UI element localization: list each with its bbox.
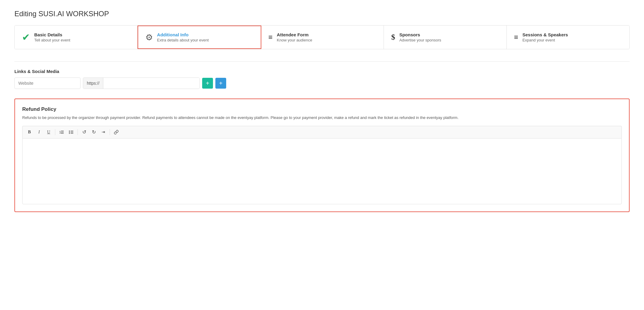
page-title: Editing SUSI.AI WORKSHOP	[14, 10, 630, 18]
editor-toolbar: B I U 1.	[22, 126, 622, 138]
plus-icon-blue: +	[219, 80, 223, 87]
links-social-section: Links & Social Media https:// + +	[14, 69, 630, 89]
unordered-list-button[interactable]	[67, 128, 76, 136]
undo-button[interactable]: ↺	[80, 128, 89, 136]
indent-button[interactable]: ⇥	[99, 128, 108, 136]
list-icon: ≡	[269, 33, 273, 41]
underline-button[interactable]: U	[44, 128, 53, 136]
refund-policy-title: Refund Policy	[22, 106, 622, 112]
link-button[interactable]	[112, 128, 121, 136]
section-divider	[14, 61, 630, 62]
step-attendee-form-title: Attendee Form	[277, 32, 312, 37]
step-additional-info-text: Additional Info Extra details about your…	[157, 32, 209, 42]
page-wrapper: Editing SUSI.AI WORKSHOP ✔ Basic Details…	[0, 0, 644, 310]
refund-policy-section: Refund Policy Refunds to be processed by…	[14, 99, 630, 212]
step-sessions-speakers[interactable]: ≡ Sessions & Speakers Expand your event	[507, 26, 629, 49]
toolbar-divider-3	[110, 129, 110, 135]
add-social-button-teal[interactable]: +	[202, 78, 213, 89]
step-attendee-form-subtitle: Know your audience	[277, 38, 312, 42]
link-icon	[114, 130, 119, 135]
unordered-list-icon	[69, 130, 74, 135]
steps-nav: ✔ Basic Details Tell about your event ⚙ …	[14, 25, 630, 49]
gear-icon: ⚙	[145, 32, 153, 42]
step-basic-details-title: Basic Details	[34, 32, 70, 37]
svg-point-4	[69, 130, 70, 131]
step-attendee-form-text: Attendee Form Know your audience	[277, 32, 312, 42]
toolbar-divider-2	[77, 129, 78, 135]
add-social-button-blue[interactable]: +	[215, 78, 226, 89]
svg-point-5	[69, 132, 70, 132]
step-additional-info[interactable]: ⚙ Additional Info Extra details about yo…	[138, 26, 261, 49]
dollar-icon: $	[391, 33, 395, 42]
bold-button[interactable]: B	[25, 128, 34, 136]
url-field[interactable]	[103, 78, 199, 89]
step-sponsors[interactable]: $ Sponsors Advertise your sponsors	[384, 26, 507, 49]
url-input-wrapper: https://	[83, 78, 200, 89]
step-sessions-speakers-text: Sessions & Speakers Expand your event	[522, 32, 568, 42]
url-prefix: https://	[83, 78, 103, 89]
step-sponsors-text: Sponsors Advertise your sponsors	[399, 32, 441, 42]
plus-icon-teal: +	[206, 80, 209, 87]
redo-button[interactable]: ↻	[89, 128, 98, 136]
svg-point-6	[69, 133, 70, 134]
website-input[interactable]	[14, 78, 80, 89]
step-sessions-speakers-title: Sessions & Speakers	[522, 32, 568, 37]
step-sessions-speakers-subtitle: Expand your event	[522, 38, 568, 42]
links-row: https:// + +	[14, 78, 630, 89]
toolbar-divider-1	[55, 129, 55, 135]
italic-button[interactable]: I	[35, 128, 44, 136]
step-sponsors-subtitle: Advertise your sponsors	[399, 38, 441, 42]
ordered-list-button[interactable]: 1.	[57, 128, 66, 136]
step-basic-details-subtitle: Tell about your event	[34, 38, 70, 42]
step-additional-info-subtitle: Extra details about your event	[157, 38, 209, 42]
refund-policy-editor[interactable]	[22, 138, 622, 204]
step-additional-info-title: Additional Info	[157, 32, 209, 37]
sessions-list-icon: ≡	[514, 33, 518, 41]
refund-policy-description: Refunds to be processed by the organizer…	[22, 115, 622, 121]
step-attendee-form[interactable]: ≡ Attendee Form Know your audience	[261, 26, 384, 49]
links-section-label: Links & Social Media	[14, 69, 630, 74]
step-sponsors-title: Sponsors	[399, 32, 441, 37]
step-basic-details[interactable]: ✔ Basic Details Tell about your event	[15, 26, 138, 49]
step-basic-details-text: Basic Details Tell about your event	[34, 32, 70, 42]
check-icon: ✔	[22, 32, 30, 43]
ordered-list-icon: 1.	[59, 130, 64, 135]
